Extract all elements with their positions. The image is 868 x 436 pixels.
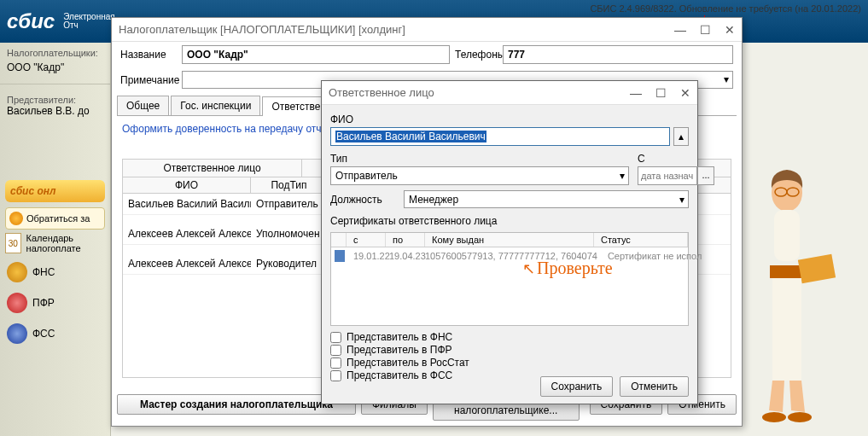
svg-rect-3 <box>774 210 800 261</box>
svg-point-8 <box>788 412 812 422</box>
minimize-button[interactable]: — <box>674 23 686 37</box>
svg-rect-6 <box>772 278 801 381</box>
disk-icon <box>335 250 345 262</box>
name-input[interactable] <box>182 45 450 64</box>
svg-rect-5 <box>798 254 836 284</box>
sidebar-item-pfr[interactable]: ПФР <box>0 288 110 318</box>
dialog-minimize-button[interactable]: — <box>630 86 642 100</box>
phone-input[interactable] <box>503 45 733 64</box>
date-from-input[interactable] <box>638 166 697 185</box>
representative-checks: Представитель в ФНС Представитель в ПФР … <box>330 331 689 381</box>
svg-point-7 <box>762 412 786 422</box>
illustration <box>731 154 842 436</box>
fns-icon <box>7 262 27 282</box>
dialog-save-button[interactable]: Сохранить <box>540 376 614 397</box>
wizard-button[interactable]: Мастер создания налогоплательщика <box>117 394 356 415</box>
dialog-maximize-button[interactable]: ☐ <box>655 86 667 100</box>
help-icon <box>9 212 23 225</box>
pfr-icon <box>7 293 27 313</box>
responsible-person-dialog: Ответственное лицо — ☐ ✕ ФИО Васильев Ва… <box>321 80 698 404</box>
fio-input[interactable]: Васильев Василий Васильевич <box>330 127 670 146</box>
window-title: Налогоплательщик [НАЛОГОПЛАТЕЛЬЩИКИ] [хо… <box>119 23 405 36</box>
dialog-title: Ответственное лицо <box>329 86 434 99</box>
logo: сбис <box>7 9 55 33</box>
sidebar-online[interactable]: сбис онл <box>5 180 105 202</box>
sidebar-item-fss[interactable]: ФСС <box>0 318 110 349</box>
sidebar-rep[interactable]: Васильев В.В. до <box>7 105 103 117</box>
dialog-cancel-button[interactable]: Отменить <box>620 376 689 397</box>
sidebar-item-fns[interactable]: ФНС <box>0 257 110 288</box>
check-pfr[interactable]: Представитель в ПФР <box>330 344 689 356</box>
sidebar: Налогоплательщики: ООО "Кадр" Представит… <box>0 43 111 436</box>
cert-row[interactable]: 19.01.22 19.04.23 1057600577913, 7777777… <box>331 247 688 265</box>
calendar-icon: 30 <box>5 233 21 253</box>
dialog-close-button[interactable]: ✕ <box>680 86 690 100</box>
close-button[interactable]: ✕ <box>725 23 735 37</box>
tab-general[interactable]: Общее <box>117 96 169 115</box>
position-select[interactable]: Менеджер▾ <box>404 190 689 208</box>
sidebar-calendar[interactable]: 30 Календарь налогоплате <box>5 233 105 253</box>
maximize-button[interactable]: ☐ <box>700 23 711 37</box>
cert-grid: с по Кому выдан Статус 19.01.22 19.04.23… <box>330 232 689 326</box>
fss-icon <box>7 323 27 344</box>
check-rosstat[interactable]: Представитель в РосСтат <box>330 357 689 369</box>
fio-dropdown-button[interactable]: ▴ <box>673 127 689 146</box>
attorney-link[interactable]: Оформить доверенность на передачу отчетн <box>122 123 337 135</box>
sidebar-org[interactable]: ООО "Кадр" <box>0 60 110 80</box>
sidebar-contact[interactable]: Обратиться за <box>5 207 105 230</box>
tab-inspections[interactable]: Гос. инспекции <box>171 96 260 115</box>
date-picker-button[interactable]: ... <box>697 166 714 185</box>
check-fns[interactable]: Представитель в ФНС <box>330 331 689 343</box>
svg-rect-4 <box>770 265 804 278</box>
type-select[interactable]: Отправитель▾ <box>330 166 629 185</box>
